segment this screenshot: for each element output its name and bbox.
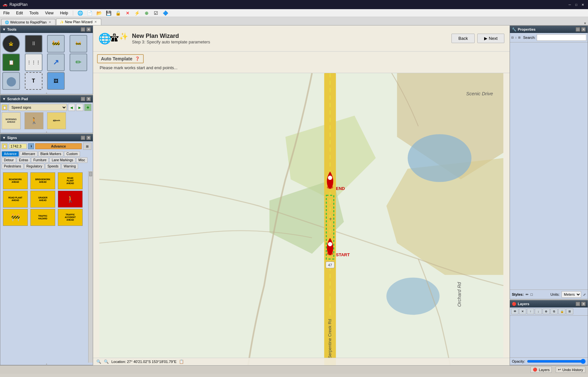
signs-grid-btn[interactable]: ⊞ bbox=[83, 143, 91, 150]
menu-help[interactable]: Help bbox=[57, 10, 72, 16]
tool-cones[interactable]: 🚧 bbox=[47, 35, 65, 53]
zoom-in-icon[interactable]: 🔍 bbox=[104, 359, 109, 364]
toolbar-lock[interactable]: 🔒 bbox=[114, 8, 123, 18]
toolbar-save[interactable]: 💾 bbox=[104, 8, 113, 18]
tab-wizard[interactable]: ✨ New Plan Wizard ✕ bbox=[56, 19, 101, 25]
tab-menu-btn[interactable]: ▼ bbox=[583, 22, 588, 25]
sign-road-plant-ahead-2[interactable]: ROAD PLANTAHEAD bbox=[3, 191, 28, 208]
tab-welcome[interactable]: 🌐 Welcome to RapidPlan ✕ bbox=[1, 19, 56, 25]
layer-grid-btn[interactable]: ⊞ bbox=[566, 308, 573, 314]
scratch-item-1[interactable]: 🚶 bbox=[24, 112, 43, 129]
styles-add-icon[interactable]: □ bbox=[531, 292, 533, 296]
properties-search-input[interactable] bbox=[537, 34, 586, 41]
toolbar-folder[interactable]: 📂 bbox=[95, 8, 104, 18]
layers-float-btn[interactable]: □ bbox=[576, 302, 580, 306]
menu-file[interactable]: File bbox=[0, 10, 13, 16]
tool-road[interactable]: 🛣 bbox=[2, 35, 20, 53]
layer-lock-btn[interactable]: 🔒 bbox=[558, 308, 565, 314]
toolbar-bolt[interactable]: ⚡ bbox=[133, 8, 142, 18]
layer-delete-btn[interactable]: ✕ bbox=[519, 308, 526, 314]
minimize-btn[interactable]: ─ bbox=[567, 2, 572, 7]
fullscreen-icon[interactable]: ⤢ bbox=[583, 293, 586, 296]
tool-arrow[interactable]: ↗ bbox=[47, 54, 65, 71]
cat-furniture[interactable]: Furniture bbox=[31, 157, 49, 163]
sign-road-plant-ahead[interactable]: ROADPLANTAHEAD bbox=[58, 172, 83, 189]
scratch-prev-btn[interactable]: ◀ bbox=[68, 104, 75, 111]
scratch-next-btn[interactable]: ▶ bbox=[76, 104, 83, 111]
layer-merge-btn[interactable]: ⊕ bbox=[543, 308, 550, 314]
scratch-pad-float-btn[interactable]: □ bbox=[81, 97, 85, 101]
signs-info-btn[interactable]: ℹ bbox=[28, 143, 34, 149]
properties-close-btn[interactable]: ✕ bbox=[581, 27, 586, 32]
toolbar-new[interactable]: 🌐 bbox=[76, 8, 85, 18]
signs-scrollbar[interactable] bbox=[88, 171, 93, 363]
styles-edit-icon[interactable]: ✏ bbox=[526, 292, 529, 297]
sort-icon-2[interactable]: ↕ bbox=[515, 36, 517, 39]
signs-advance-btn[interactable]: Advance bbox=[35, 143, 82, 149]
layer-down-btn[interactable]: ↓ bbox=[535, 308, 542, 314]
cat-regulatory[interactable]: Regulatory bbox=[24, 164, 44, 169]
zoom-out-icon[interactable]: 🔍 bbox=[96, 359, 101, 364]
sign-traffic-accident-ahead[interactable]: TRAFFICACCIDENTAHEAD bbox=[58, 209, 83, 226]
sign-worker-red[interactable]: 🚶 bbox=[58, 191, 83, 208]
units-select[interactable]: Meters Feet bbox=[562, 291, 581, 298]
toolbar-add[interactable]: ⊕ bbox=[142, 8, 151, 18]
wizard-next-btn[interactable]: ▶ Next bbox=[477, 34, 504, 43]
cat-lane-markings[interactable]: Lane Markings bbox=[49, 157, 75, 163]
undo-history-tab[interactable]: ↩ Undo History bbox=[556, 367, 585, 373]
sign-grader-ahead[interactable]: GRADERAHEAD bbox=[30, 191, 55, 208]
cat-blank-markers[interactable]: Blank Markers bbox=[38, 151, 64, 157]
menu-view[interactable]: View bbox=[42, 10, 57, 16]
signs-float-btn[interactable]: □ bbox=[81, 135, 85, 140]
cat-speeds[interactable]: Speeds bbox=[45, 164, 61, 169]
layers-tab[interactable]: 🔴 Layers bbox=[531, 367, 552, 373]
tab-welcome-close[interactable]: ✕ bbox=[48, 21, 52, 24]
cat-aftercare[interactable]: Aftercare bbox=[20, 151, 38, 157]
menu-tools[interactable]: Tools bbox=[26, 10, 42, 16]
tool-circle[interactable]: ⬤ bbox=[2, 72, 20, 90]
view-icon[interactable]: ⊞ bbox=[518, 36, 521, 39]
layer-eye-btn[interactable]: 👁 bbox=[511, 308, 518, 314]
layers-close-btn[interactable]: ✕ bbox=[581, 302, 586, 306]
scratch-item-0[interactable]: MORNINGAHEAD bbox=[2, 112, 21, 129]
cat-extras[interactable]: Extras bbox=[17, 157, 30, 163]
scratch-item-2[interactable]: 40km/h bbox=[47, 112, 66, 129]
toolbar-open[interactable]: 📄 bbox=[85, 8, 94, 18]
cat-advance[interactable]: Advance bbox=[2, 151, 19, 157]
close-btn[interactable]: ✕ bbox=[580, 2, 585, 7]
opacity-slider[interactable] bbox=[527, 359, 586, 364]
scratch-pad-select[interactable]: Speed signs bbox=[8, 104, 67, 111]
cat-pedestrians[interactable]: Pedestrians bbox=[2, 164, 24, 169]
properties-float-btn[interactable]: □ bbox=[576, 27, 580, 32]
scratch-add-btn[interactable]: ✚ bbox=[84, 104, 91, 111]
menu-edit[interactable]: Edit bbox=[13, 10, 26, 16]
copy-location-icon[interactable]: 📋 bbox=[179, 359, 184, 364]
sign-bridgework-ahead[interactable]: BRIDGEWORKAHEAD bbox=[30, 172, 55, 189]
maximize-btn[interactable]: □ bbox=[574, 2, 579, 7]
scratch-pad-close-btn[interactable]: ✕ bbox=[86, 97, 91, 101]
tools-close-btn[interactable]: ✕ bbox=[86, 27, 91, 32]
cat-misc[interactable]: Misc bbox=[76, 157, 88, 163]
tool-checklist[interactable]: 📋 bbox=[2, 54, 20, 71]
tool-barrier[interactable]: 🚧 bbox=[70, 35, 87, 53]
cat-custom[interactable]: Custom bbox=[64, 151, 80, 157]
sign-traffic-hazard[interactable]: TRAFFICHAZARD bbox=[30, 209, 55, 226]
scroll-thumb[interactable] bbox=[89, 172, 92, 176]
tab-wizard-close[interactable]: ✕ bbox=[94, 20, 98, 24]
map-area[interactable]: Serpentine Creek Rd Scenic Drive Orchard… bbox=[93, 73, 510, 365]
tool-image[interactable]: 🖼 bbox=[47, 72, 65, 90]
toolbar-cancel[interactable]: ✕ bbox=[123, 8, 132, 18]
tools-float-btn[interactable]: □ bbox=[81, 27, 85, 32]
sign-roadwork-ahead[interactable]: ROADWORKAHEAD bbox=[3, 172, 28, 189]
tool-dotgrid[interactable]: ⋮⋮⋮ bbox=[25, 54, 42, 71]
sign-construction[interactable]: 🚧 bbox=[3, 209, 28, 226]
tool-text[interactable]: T bbox=[25, 72, 42, 90]
toolbar-diamond[interactable]: 🔷 bbox=[161, 8, 170, 18]
wizard-back-btn[interactable]: Back bbox=[451, 34, 475, 43]
tool-pen[interactable]: ✏ bbox=[70, 54, 87, 71]
toolbar-check[interactable]: ☑ bbox=[152, 8, 161, 18]
tool-barcode[interactable]: ⠿ bbox=[25, 35, 42, 53]
cat-detour[interactable]: Detour bbox=[2, 157, 16, 163]
layer-copy-btn[interactable]: ⧉ bbox=[550, 308, 558, 314]
signs-close-btn[interactable]: ✕ bbox=[86, 135, 91, 140]
